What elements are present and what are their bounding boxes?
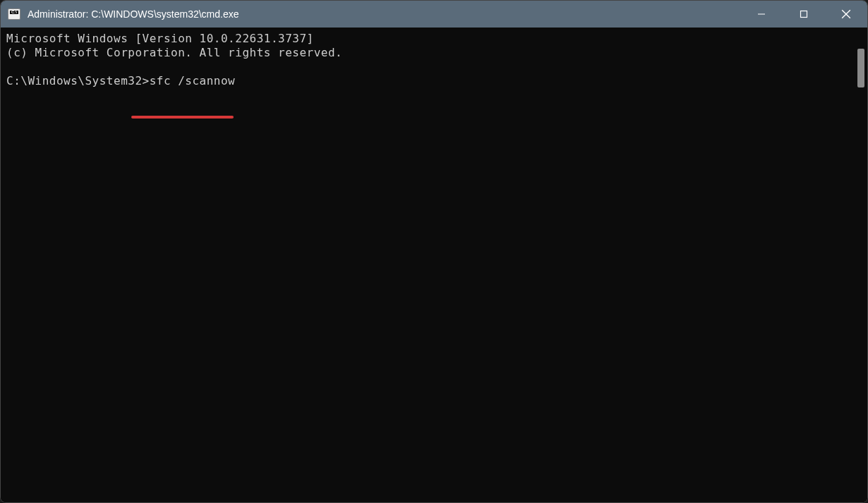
minimize-icon [757,10,766,18]
copyright-line: (c) Microsoft Corporation. All rights re… [6,46,342,59]
red-underline-annotation [131,116,234,119]
vertical-scrollbar[interactable] [855,28,867,502]
content-area: Microsoft Windows [Version 10.0.22631.37… [1,28,867,502]
scrollbar-thumb[interactable] [857,49,864,87]
cmd-icon: C:\ [8,8,20,20]
entered-command: sfc /scannow [150,74,236,88]
maximize-icon [800,10,808,18]
maximize-button[interactable] [783,1,825,28]
terminal-output[interactable]: Microsoft Windows [Version 10.0.22631.37… [1,28,855,502]
minimize-button[interactable] [740,1,783,28]
window-title: Administrator: C:\WINDOWS\system32\cmd.e… [28,8,740,20]
svg-rect-1 [801,11,807,18]
prompt-path: C:\Windows\System32> [6,74,150,88]
window-controls [740,1,867,28]
version-line: Microsoft Windows [Version 10.0.22631.37… [6,32,314,45]
close-button[interactable] [825,1,867,28]
cmd-window: C:\ Administrator: C:\WINDOWS\system32\c… [0,0,868,503]
close-icon [841,9,851,19]
title-bar[interactable]: C:\ Administrator: C:\WINDOWS\system32\c… [1,1,867,28]
